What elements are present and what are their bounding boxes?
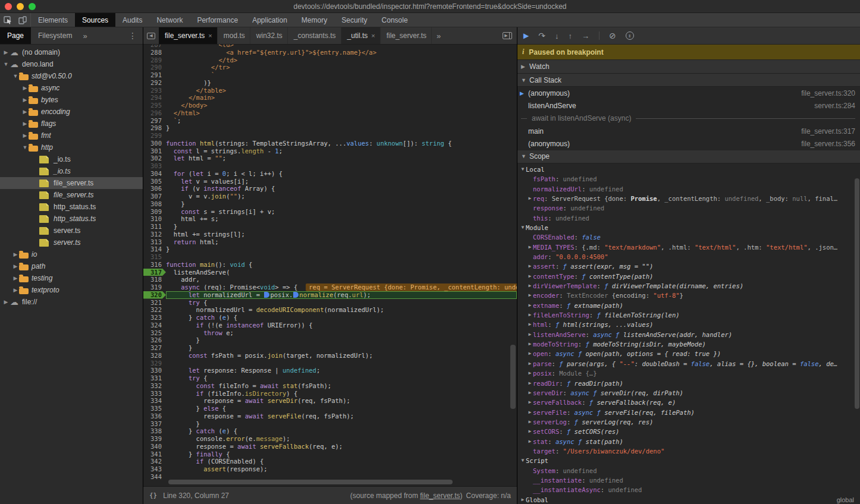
line-number[interactable]: 335 [143,405,166,412]
line-number[interactable]: 321 [143,299,166,307]
tree-item[interactable]: http_status.ts [0,201,143,213]
code-line[interactable]: 315 [143,253,517,261]
line-number[interactable]: 332 [143,382,166,390]
watch-section-header[interactable]: ▶ Watch [517,59,860,74]
hide-navigator-icon[interactable]: ◀ [143,27,159,44]
code-line[interactable]: 325 throw e; [143,329,517,337]
editor-tab[interactable]: file_server.ts [381,27,432,44]
scope-property[interactable]: ▶MEDIA_TYPES: {.md: "text/markdown", .ht… [517,242,860,252]
chevron-right-icon[interactable]: ▶ [527,368,533,378]
scope-section[interactable]: ▼Module [517,223,860,232]
code-line[interactable]: 331 try { [143,374,517,382]
line-number[interactable]: 323 [143,314,166,322]
scope-property[interactable]: System: undefined [517,466,860,475]
tree-item[interactable]: _io.ts [0,153,143,165]
tree-item[interactable]: ▶io [0,248,143,260]
code-line[interactable]: 303 [143,162,517,170]
scope-property[interactable]: target: "/Users/biwanczuk/dev/deno" [517,446,860,456]
navigator-menu-icon[interactable]: ⋮ [123,27,143,44]
code-line[interactable]: 333 if (fileInfo.isDirectory) { [143,390,517,398]
code-line[interactable]: 296 </html> [143,109,517,117]
code-line[interactable]: 337 } [143,420,517,428]
code-line[interactable]: 307 v = v.join(""); [143,193,517,200]
deactivate-breakpoints-icon[interactable] [609,32,616,40]
line-number[interactable]: 340 [143,443,166,451]
line-number[interactable]: 300 [143,140,166,147]
code-line[interactable]: 330 let response: Response | undefined; [143,367,517,374]
chevron-right-icon[interactable]: ▶ [12,263,19,269]
tab-audits[interactable]: Audits [115,13,149,27]
code-line[interactable]: 319 async (req): Promise<void> => {req =… [143,284,517,291]
code-editor[interactable]: 287 <td>288 <a href="${entry.url}">${ent… [143,45,517,486]
code-line[interactable]: 335 } else { [143,405,517,412]
code-line[interactable]: 336 response = await serveFile(req, fsPa… [143,412,517,420]
code-line[interactable]: 297 `; [143,117,517,125]
scope-property[interactable]: response: undefined [517,203,860,213]
line-number[interactable]: 288 [143,49,166,56]
chevron-down-icon[interactable]: ▼ [12,73,19,79]
line-number[interactable]: 307 [143,193,166,200]
line-number[interactable]: 303 [143,162,166,170]
source-mapped-link[interactable]: file_server.ts [420,492,460,500]
line-number[interactable]: 334 [143,397,166,405]
step-out-icon[interactable] [568,32,572,40]
scope-property[interactable]: ▶parse: ƒ parse(args, { "--": doubleDash… [517,359,860,368]
tab-sources[interactable]: Sources [75,13,115,27]
scope-property[interactable]: ▶serveFallback: ƒ serveFallback(req, e) [517,398,860,407]
chevron-right-icon[interactable]: ▶ [527,388,533,398]
chevron-right-icon[interactable]: ▶ [21,121,29,127]
breakpoint-marker[interactable]: 320 [143,291,166,299]
pretty-print-button[interactable]: {} [149,492,157,499]
code-line[interactable]: 321 try { [143,299,517,307]
line-number[interactable]: 293 [143,87,166,94]
step-location-marker[interactable] [293,292,299,298]
code-line[interactable]: 290 </tr> [143,64,517,71]
code-line[interactable]: 326 } [143,336,517,344]
step-over-icon[interactable] [538,32,545,40]
line-number[interactable]: 338 [143,427,166,435]
tree-item[interactable]: ▼☁deno.land [0,58,143,70]
scope-property[interactable]: ▶serverLog: ƒ serverLog(req, res) [517,417,860,427]
callstack-section-header[interactable]: ▼ Call Stack [517,74,860,87]
callstack-frame[interactable]: mainfile_server.ts:317 [517,125,860,137]
chevron-right-icon[interactable]: ▶ [527,359,533,368]
line-number[interactable]: 299 [143,132,166,140]
line-number[interactable]: 342 [143,458,166,465]
code-line[interactable]: 339 console.error(e.message); [143,435,517,443]
code-line[interactable]: 293 </table> [143,87,517,94]
scope-property[interactable]: this: undefined [517,213,860,223]
scope-property[interactable]: CORSEnabled: false [517,232,860,242]
editor-tab[interactable]: win32.ts [250,27,288,44]
line-number[interactable]: 287 [143,45,166,49]
code-line[interactable]: 288 <a href="${entry.url}">${entry.name}… [143,49,517,56]
tree-item[interactable]: ▶async [0,82,143,94]
chevron-right-icon[interactable]: ▶ [12,251,19,257]
line-number[interactable]: 291 [143,71,166,79]
tree-item[interactable]: ▶textproto [0,284,143,296]
scope-property[interactable]: ▶serveFile: async ƒ serveFile(req, fileP… [517,408,860,417]
chevron-right-icon[interactable]: ▶ [527,242,533,252]
code-line[interactable]: 316function main(): void { [143,261,517,269]
scope-property[interactable]: ▶open: async ƒ open(path, options = { re… [517,349,860,358]
code-line[interactable]: 327 } [143,344,517,352]
tree-item[interactable]: ▶☁(no domain) [0,46,143,58]
chevron-right-icon[interactable]: ▶ [527,379,533,388]
line-number[interactable]: 308 [143,200,166,208]
code-line[interactable]: 305 let v = values[i]; [143,178,517,185]
line-number[interactable]: 316 [143,261,166,269]
line-number[interactable]: 306 [143,185,166,193]
chevron-right-icon[interactable]: ▶ [21,133,29,138]
code-line[interactable]: 312 html += strings[l]; [143,231,517,238]
code-line[interactable]: 328 const fsPath = posix.join(target, no… [143,352,517,360]
line-number[interactable]: 324 [143,322,166,329]
tree-item[interactable]: file_server.ts [0,189,143,201]
tree-item[interactable]: http_status.ts [0,213,143,225]
line-number[interactable]: 310 [143,215,166,223]
tab-filesystem[interactable]: Filesystem [31,27,79,44]
code-line[interactable]: 298} [143,124,517,132]
chevron-right-icon[interactable]: ▶ [527,408,533,417]
line-number[interactable]: 294 [143,94,166,102]
line-number[interactable]: 302 [143,155,166,162]
callstack-frame[interactable]: ▶(anonymous)file_server.ts:320 [517,87,860,99]
editor-tab[interactable]: _constants.ts [288,27,341,44]
